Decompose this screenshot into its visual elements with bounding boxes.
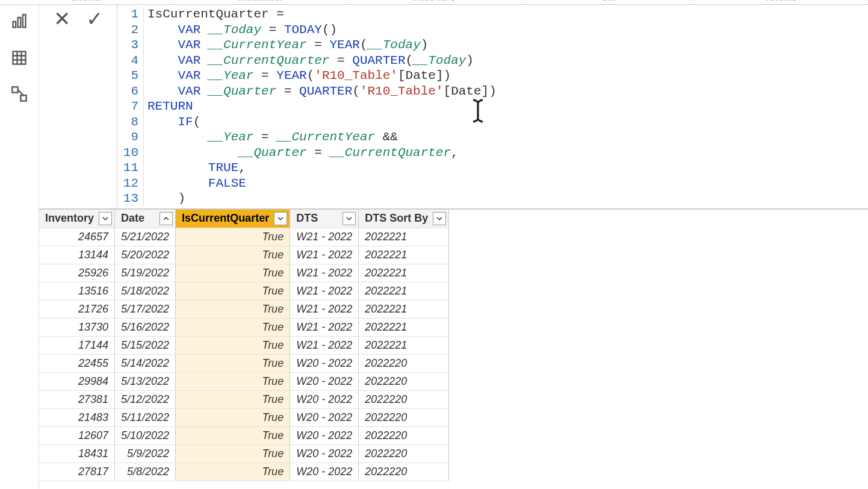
cell[interactable]: True	[176, 282, 290, 300]
cell[interactable]: 2022221	[359, 246, 449, 264]
table-row[interactable]: 217265/17/2022TrueW21 - 20222022221	[39, 300, 449, 318]
commit-formula-icon[interactable]: ✓	[84, 7, 105, 30]
table-row[interactable]: 184315/9/2022TrueW20 - 20222022220	[39, 444, 449, 463]
table-row[interactable]: 273815/12/2022TrueW20 - 20222022220	[39, 390, 449, 408]
column-header-inventory[interactable]: Inventory	[39, 210, 115, 228]
column-header-dts[interactable]: DTS	[290, 210, 359, 228]
cell[interactable]: W21 - 2022	[290, 282, 359, 300]
cell[interactable]: 2022221	[359, 318, 449, 336]
cancel-formula-icon[interactable]: ✕	[51, 7, 73, 30]
cell[interactable]: 5/13/2022	[115, 372, 176, 390]
cell[interactable]: 5/9/2022	[115, 444, 176, 463]
cell[interactable]: W21 - 2022	[290, 246, 359, 264]
cell[interactable]: 27381	[39, 390, 115, 408]
cell[interactable]: W20 - 2022	[290, 372, 359, 390]
column-header-date[interactable]: Date	[115, 210, 176, 228]
cell[interactable]: True	[176, 354, 290, 372]
cell[interactable]: W21 - 2022	[290, 300, 359, 318]
cell[interactable]: 13730	[39, 318, 115, 336]
cell[interactable]: 21483	[39, 408, 115, 426]
cell[interactable]: 2022220	[359, 444, 449, 463]
cell[interactable]: 2022221	[359, 228, 449, 246]
cell[interactable]: True	[176, 408, 290, 426]
cell[interactable]: 13516	[39, 282, 115, 300]
cell[interactable]: True	[176, 463, 290, 481]
cell[interactable]: 5/8/2022	[115, 463, 176, 481]
cell[interactable]: 17144	[39, 336, 115, 354]
cell[interactable]: W20 - 2022	[290, 354, 359, 372]
cell[interactable]: 5/19/2022	[115, 264, 176, 282]
ribbon-tab-sort[interactable]: Sort	[521, 0, 694, 1]
cell[interactable]: W20 - 2022	[290, 463, 359, 481]
cell[interactable]: W21 - 2022	[290, 264, 359, 282]
cell[interactable]: 18431	[39, 444, 115, 463]
model-view-icon[interactable]	[7, 82, 31, 106]
cell[interactable]: 27817	[39, 463, 115, 481]
cell[interactable]: 5/15/2022	[115, 336, 176, 354]
cell[interactable]: 5/20/2022	[115, 246, 176, 264]
cell[interactable]: 5/14/2022	[115, 354, 176, 372]
cell[interactable]: 22455	[39, 354, 115, 372]
cell[interactable]: 2022220	[359, 463, 449, 481]
report-view-icon[interactable]	[7, 10, 31, 34]
cell[interactable]: True	[176, 390, 290, 408]
cell[interactable]: 2022220	[359, 354, 449, 372]
table-row[interactable]: 214835/11/2022TrueW20 - 20222022220	[39, 408, 449, 426]
cell[interactable]: True	[176, 426, 290, 444]
data-view-icon[interactable]	[7, 46, 31, 70]
cell[interactable]: 5/10/2022	[115, 426, 176, 444]
cell[interactable]: W20 - 2022	[290, 426, 359, 444]
table-row[interactable]: 259265/19/2022TrueW21 - 20222022221	[39, 264, 449, 282]
cell[interactable]: 2022220	[359, 426, 449, 444]
cell[interactable]: 12607	[39, 426, 115, 444]
cell[interactable]: True	[176, 318, 290, 336]
table-row[interactable]: 137305/16/2022TrueW21 - 20222022221	[39, 318, 449, 336]
filter-dropdown-icon[interactable]	[99, 212, 112, 225]
ribbon-tab-formatting[interactable]: Formatting	[173, 0, 347, 1]
ribbon-tab-groups[interactable]: Groups	[695, 0, 868, 1]
cell[interactable]: 2022221	[359, 264, 449, 282]
ribbon-tab-structure[interactable]: Structure	[0, 0, 173, 1]
cell[interactable]: 2022220	[359, 390, 449, 408]
cell[interactable]: 29984	[39, 372, 115, 390]
cell[interactable]: W20 - 2022	[290, 444, 359, 463]
cell[interactable]: 5/12/2022	[115, 390, 176, 408]
cell[interactable]: W21 - 2022	[290, 336, 359, 354]
table-row[interactable]: 278175/8/2022TrueW20 - 20222022220	[39, 463, 449, 481]
cell[interactable]: 2022221	[359, 282, 449, 300]
column-header-dtssort[interactable]: DTS Sort By	[359, 210, 449, 228]
cell[interactable]: True	[176, 372, 290, 390]
cell[interactable]: 5/17/2022	[115, 300, 176, 318]
cell[interactable]: True	[176, 246, 290, 264]
cell[interactable]: 5/16/2022	[115, 318, 176, 336]
table-row[interactable]: 126075/10/2022TrueW20 - 20222022220	[39, 426, 449, 444]
cell[interactable]: 5/18/2022	[115, 282, 176, 300]
column-header-iscurrent[interactable]: IsCurrentQuarter	[176, 210, 290, 228]
cell[interactable]: True	[176, 264, 290, 282]
cell[interactable]: True	[176, 300, 290, 318]
filter-dropdown-icon[interactable]	[160, 212, 173, 225]
table-row[interactable]: 171445/15/2022TrueW21 - 20222022221	[39, 336, 449, 354]
dax-editor[interactable]: 12345678910111213 IsCurrentQuarter = VAR…	[117, 5, 868, 208]
cell[interactable]: 24657	[39, 228, 115, 246]
table-row[interactable]: 246575/21/2022TrueW21 - 20222022221	[39, 228, 449, 246]
table-row[interactable]: 299845/13/2022TrueW20 - 20222022220	[39, 372, 449, 390]
cell[interactable]: 5/21/2022	[115, 228, 176, 246]
data-grid[interactable]: InventoryDateIsCurrentQuarterDTSDTS Sort…	[39, 210, 868, 489]
cell[interactable]: 25926	[39, 264, 115, 282]
cell[interactable]: W20 - 2022	[290, 408, 359, 426]
cell[interactable]: W20 - 2022	[290, 390, 359, 408]
cell[interactable]: 5/11/2022	[115, 408, 176, 426]
cell[interactable]: W21 - 2022	[290, 228, 359, 246]
cell[interactable]: 2022220	[359, 372, 449, 390]
filter-dropdown-icon[interactable]	[343, 212, 356, 225]
filter-dropdown-icon[interactable]	[433, 212, 446, 225]
cell[interactable]: 2022220	[359, 408, 449, 426]
cell[interactable]: True	[176, 228, 290, 246]
cell[interactable]: True	[176, 444, 290, 463]
ribbon-tab-properties[interactable]: Properties	[347, 0, 521, 1]
table-row[interactable]: 135165/18/2022TrueW21 - 20222022221	[39, 282, 449, 300]
cell[interactable]: 21726	[39, 300, 115, 318]
table-row[interactable]: 224555/14/2022TrueW20 - 20222022220	[39, 354, 449, 372]
cell[interactable]: 2022221	[359, 336, 449, 354]
